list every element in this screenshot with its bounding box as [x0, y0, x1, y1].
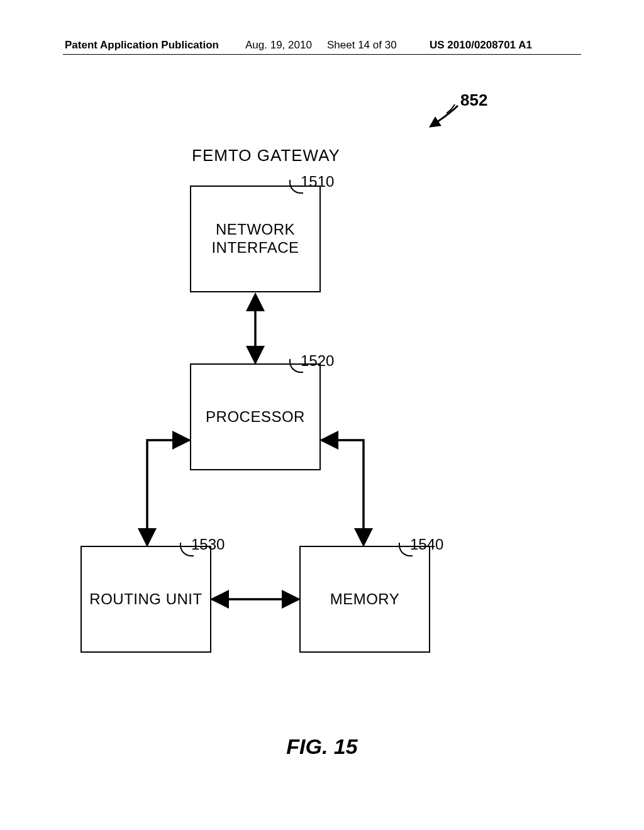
connectors — [0, 0, 644, 830]
figure-caption: FIG. 15 — [0, 734, 644, 759]
page: Patent Application Publication Aug. 19, … — [0, 0, 644, 830]
